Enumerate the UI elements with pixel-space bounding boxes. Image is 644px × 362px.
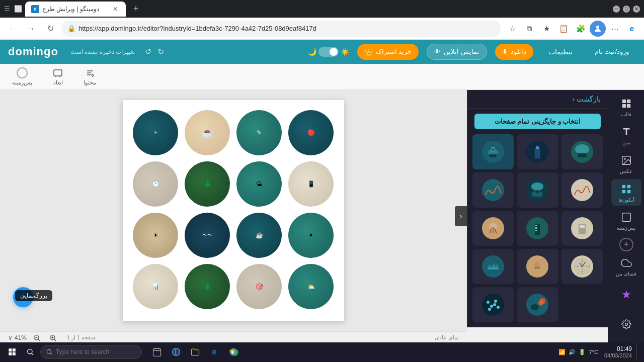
taskbar-app-chrome[interactable] xyxy=(224,343,243,361)
template-item[interactable] xyxy=(561,249,603,284)
network-icon[interactable]: 📶 xyxy=(558,349,566,355)
theme-toggle[interactable]: 🌙 ☀️ xyxy=(308,47,349,57)
edge-icon[interactable]: e xyxy=(624,21,640,37)
collections-button[interactable]: 📋 xyxy=(555,21,572,37)
redo-button[interactable]: ↻ xyxy=(155,46,166,57)
toolbar-dimensions[interactable]: ابعاد xyxy=(48,65,67,88)
battery-icon[interactable]: 🔋 xyxy=(579,349,586,355)
template-item[interactable] xyxy=(517,134,558,169)
sidebar-item-settings[interactable] xyxy=(611,310,641,338)
circle-3[interactable]: ✎ xyxy=(236,110,282,155)
settings-button[interactable]: تنظیمات xyxy=(541,44,580,60)
add-element-button[interactable]: + xyxy=(619,238,633,251)
undo-button[interactable]: ↺ xyxy=(143,46,153,57)
circle-13[interactable]: 📊 xyxy=(133,264,178,309)
browser-tabs-icon[interactable]: ⬜ xyxy=(14,5,22,13)
circle-7[interactable]: 🌤 xyxy=(236,161,282,207)
circle-11[interactable]: ☕ xyxy=(236,213,282,258)
login-button[interactable]: ورود/ثبت نام xyxy=(588,44,636,60)
circle-14[interactable]: 🌲 xyxy=(185,264,230,309)
taskbar-clock[interactable]: 01:49 04/03/2024 xyxy=(604,345,632,358)
split-view-button[interactable]: ⧉ xyxy=(521,21,537,37)
svg-rect-35 xyxy=(535,227,537,229)
template-item[interactable] xyxy=(561,134,603,169)
template-item[interactable] xyxy=(517,287,558,322)
new-tab-button[interactable]: + xyxy=(129,2,143,16)
sidebar-item-ai[interactable] xyxy=(611,282,641,308)
refresh-button[interactable]: ↻ xyxy=(42,21,58,37)
canvas[interactable]: ✦ ☕ ✎ 🔴 xyxy=(123,100,344,321)
panel-collapse-button[interactable]: › xyxy=(455,206,467,226)
template-item[interactable] xyxy=(472,249,514,284)
favorites-button[interactable]: ★ xyxy=(538,21,554,37)
extensions-button[interactable]: 🧩 xyxy=(573,21,589,37)
select-all-pages-button[interactable]: انتخاب و جایگزینی تمام صفحات xyxy=(474,114,601,129)
sidebar-item-background[interactable]: پس‌زمینه xyxy=(611,208,641,234)
template-item[interactable] xyxy=(561,172,603,208)
taskbar-app-browser[interactable] xyxy=(167,343,185,361)
circle-16[interactable]: ⛅ xyxy=(288,264,334,309)
show-desktop-button[interactable] xyxy=(636,343,640,361)
canvas-bottom-bar: ∨ 41% صفحه 1 از 1 نم xyxy=(0,331,467,342)
back-button[interactable]: › بازگشت xyxy=(572,95,601,103)
buy-subscription-button[interactable]: 👑 خرید اشتراک xyxy=(357,44,419,60)
volume-icon[interactable]: 🔊 xyxy=(569,349,576,355)
taskbar-app-calendar[interactable] xyxy=(148,343,166,361)
taskbar-app-edge[interactable]: e xyxy=(205,343,223,361)
circle-9[interactable]: ☀ xyxy=(133,213,178,258)
active-tab[interactable]: d دومینگو | ویرایش طرح ✕ xyxy=(25,2,126,17)
address-bar[interactable]: 🔒 https://app.domingo.ir/editor?industry… xyxy=(61,21,501,37)
template-item[interactable] xyxy=(561,211,603,246)
more-options-button[interactable]: ⋯ xyxy=(607,21,623,37)
settings-bottom xyxy=(611,310,641,338)
browser-sidebar-icon[interactable]: ☰ xyxy=(4,5,10,13)
circle-10[interactable]: 〜〜 xyxy=(185,213,230,258)
circle-8[interactable]: 📱 xyxy=(288,161,334,207)
circle-4[interactable]: 🔴 xyxy=(288,110,334,155)
back-button[interactable]: ← xyxy=(4,21,20,37)
template-item[interactable] xyxy=(517,249,558,284)
zoom-in-button[interactable] xyxy=(47,332,59,342)
template-item[interactable] xyxy=(472,211,514,246)
sidebar-item-space[interactable]: فضای من xyxy=(611,253,641,280)
temperature: 7°C xyxy=(589,349,598,355)
sidebar-item-templates[interactable]: قالب xyxy=(611,94,641,121)
toolbar-background[interactable]: پس‌زمینه xyxy=(8,65,36,88)
maximize-button[interactable]: □ xyxy=(623,6,630,13)
toolbar-content[interactable]: محتوا xyxy=(79,65,100,88)
sidebar-item-photo[interactable]: عکس xyxy=(611,151,641,177)
undo-redo-buttons: ↺ ↻ xyxy=(143,46,166,57)
zoom-indicator[interactable]: ∨ 41% xyxy=(8,334,27,341)
template-item[interactable] xyxy=(517,172,558,208)
circle-12[interactable]: ✦ xyxy=(288,213,334,258)
circle-15[interactable]: 🎯 xyxy=(236,264,282,309)
app-header: domingo تغییرات ذخیره نشده است ↺ ↻ 🌙 ☀️ … xyxy=(0,40,644,64)
preview-button[interactable]: 👁 نمایش آنلاین xyxy=(427,44,487,60)
svg-rect-68 xyxy=(622,185,625,188)
circle-5[interactable]: 🕐 xyxy=(133,161,178,207)
start-button[interactable] xyxy=(4,344,20,360)
tab-close-button[interactable]: ✕ xyxy=(111,5,120,14)
toggle-track[interactable] xyxy=(318,47,339,57)
circle-6[interactable]: 🌲 xyxy=(185,161,230,207)
taskbar-search-input[interactable] xyxy=(56,348,136,355)
template-item[interactable] xyxy=(517,211,558,246)
sidebar-item-icons[interactable]: آیکون‌ها xyxy=(611,179,641,206)
circle-2[interactable]: ☕ xyxy=(185,110,230,155)
circle-1[interactable]: ✦ xyxy=(133,110,178,155)
zoom-out-button[interactable] xyxy=(31,332,43,342)
template-item[interactable] xyxy=(472,172,514,208)
template-item[interactable] xyxy=(472,287,514,322)
template-item[interactable] xyxy=(472,134,514,169)
forward-button[interactable]: → xyxy=(23,21,39,37)
download-button[interactable]: ⬇ دانلود xyxy=(495,44,533,60)
profile-button[interactable] xyxy=(590,21,606,37)
icon-sidebar: قالب متن عکس xyxy=(608,90,644,342)
search-button[interactable] xyxy=(22,344,38,360)
bookmark-star-button[interactable]: ☆ xyxy=(504,21,520,37)
taskbar-search-box[interactable] xyxy=(40,345,142,359)
close-button[interactable]: ✕ xyxy=(633,6,640,13)
sidebar-item-text[interactable]: متن xyxy=(611,122,641,149)
minimize-button[interactable]: ─ xyxy=(613,6,620,13)
taskbar-app-files[interactable] xyxy=(186,343,204,361)
